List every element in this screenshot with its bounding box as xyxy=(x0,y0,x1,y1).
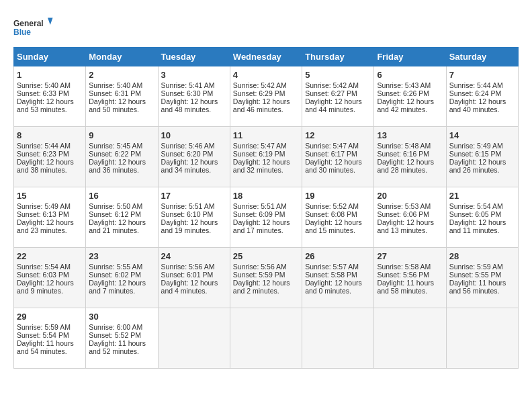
calendar-cell xyxy=(446,308,518,369)
daylight-label: Daylight: 12 hours xyxy=(449,97,506,105)
week-row-3: 15 Sunrise: 5:49 AM Sunset: 6:13 PM Dayl… xyxy=(14,187,519,248)
sunset: Sunset: 6:05 PM xyxy=(449,210,502,218)
day-number: 4 xyxy=(233,70,299,80)
daylight-minutes: and 54 minutes. xyxy=(17,347,67,355)
calendar-cell: 12 Sunrise: 5:47 AM Sunset: 6:17 PM Dayl… xyxy=(302,127,374,187)
calendar-cell: 10 Sunrise: 5:46 AM Sunset: 6:20 PM Dayl… xyxy=(158,127,230,187)
sunrise: Sunrise: 5:56 AM xyxy=(161,263,215,271)
svg-text:General: General xyxy=(13,19,44,28)
day-number: 20 xyxy=(377,191,443,201)
sunrise: Sunrise: 5:51 AM xyxy=(161,202,215,210)
calendar-cell: 19 Sunrise: 5:52 AM Sunset: 6:08 PM Dayl… xyxy=(302,187,374,248)
sunset: Sunset: 6:15 PM xyxy=(449,150,502,158)
sunrise: Sunrise: 5:47 AM xyxy=(233,142,287,150)
sunrise: Sunrise: 5:48 AM xyxy=(377,142,431,150)
day-number: 12 xyxy=(305,130,371,140)
sunrise: Sunrise: 5:50 AM xyxy=(89,202,142,210)
sunrise: Sunrise: 5:56 AM xyxy=(233,263,287,271)
day-number: 8 xyxy=(17,130,83,140)
sunset: Sunset: 6:01 PM xyxy=(161,271,214,279)
daylight-minutes: and 53 minutes. xyxy=(17,105,67,113)
daylight-label: Daylight: 11 hours xyxy=(377,279,434,287)
weekday-header-thursday: Thursday xyxy=(302,48,374,66)
sunset: Sunset: 6:10 PM xyxy=(161,210,214,218)
sunrise: Sunrise: 5:53 AM xyxy=(377,202,431,210)
daylight-label: Daylight: 11 hours xyxy=(17,339,74,347)
week-row-2: 8 Sunrise: 5:44 AM Sunset: 6:23 PM Dayli… xyxy=(14,127,519,187)
daylight-label: Daylight: 12 hours xyxy=(233,218,290,226)
sunset: Sunset: 6:33 PM xyxy=(17,89,69,97)
daylight-label: Daylight: 12 hours xyxy=(377,158,434,166)
sunrise: Sunrise: 5:57 AM xyxy=(305,263,359,271)
sunset: Sunset: 6:20 PM xyxy=(161,150,214,158)
sunset: Sunset: 6:26 PM xyxy=(377,89,429,97)
sunset: Sunset: 6:09 PM xyxy=(233,210,285,218)
sunset: Sunset: 6:13 PM xyxy=(17,210,69,218)
sunrise: Sunrise: 5:40 AM xyxy=(89,81,142,89)
calendar-cell: 5 Sunrise: 5:42 AM Sunset: 6:27 PM Dayli… xyxy=(302,66,374,127)
day-number: 19 xyxy=(305,191,371,201)
calendar-cell: 7 Sunrise: 5:44 AM Sunset: 6:24 PM Dayli… xyxy=(446,66,518,127)
sunrise: Sunrise: 5:43 AM xyxy=(377,81,431,89)
daylight-minutes: and 4 minutes. xyxy=(161,287,208,295)
sunset: Sunset: 5:59 PM xyxy=(233,271,285,279)
calendar-cell: 2 Sunrise: 5:40 AM Sunset: 6:31 PM Dayli… xyxy=(86,66,158,127)
weekday-header-saturday: Saturday xyxy=(446,48,518,66)
daylight-minutes: and 58 minutes. xyxy=(377,287,427,295)
sunset: Sunset: 6:31 PM xyxy=(89,89,141,97)
sunrise: Sunrise: 5:52 AM xyxy=(305,202,359,210)
day-number: 29 xyxy=(17,312,83,322)
daylight-minutes: and 44 minutes. xyxy=(305,105,355,113)
daylight-label: Daylight: 11 hours xyxy=(89,339,146,347)
sunset: Sunset: 5:54 PM xyxy=(17,331,69,339)
daylight-label: Daylight: 12 hours xyxy=(305,158,362,166)
sunrise: Sunrise: 5:55 AM xyxy=(89,263,142,271)
daylight-label: Daylight: 12 hours xyxy=(89,158,146,166)
calendar-cell: 26 Sunrise: 5:57 AM Sunset: 5:58 PM Dayl… xyxy=(302,248,374,308)
daylight-label: Daylight: 12 hours xyxy=(233,279,290,287)
daylight-label: Daylight: 12 hours xyxy=(377,218,434,226)
day-number: 2 xyxy=(89,70,154,80)
daylight-minutes: and 42 minutes. xyxy=(377,105,427,113)
day-number: 27 xyxy=(377,251,443,261)
daylight-label: Daylight: 12 hours xyxy=(305,218,362,226)
calendar-cell: 25 Sunrise: 5:56 AM Sunset: 5:59 PM Dayl… xyxy=(230,248,302,308)
calendar-cell: 11 Sunrise: 5:47 AM Sunset: 6:19 PM Dayl… xyxy=(230,127,302,187)
day-number: 16 xyxy=(89,191,154,201)
daylight-label: Daylight: 12 hours xyxy=(449,158,506,166)
day-number: 1 xyxy=(17,70,83,80)
calendar-cell: 15 Sunrise: 5:49 AM Sunset: 6:13 PM Dayl… xyxy=(14,187,86,248)
sunrise: Sunrise: 5:54 AM xyxy=(449,202,503,210)
daylight-minutes: and 9 minutes. xyxy=(17,287,63,295)
daylight-label: Daylight: 12 hours xyxy=(233,158,290,166)
daylight-minutes: and 26 minutes. xyxy=(449,166,500,174)
calendar-cell: 30 Sunrise: 6:00 AM Sunset: 5:52 PM Dayl… xyxy=(86,308,158,369)
sunrise: Sunrise: 5:45 AM xyxy=(89,142,142,150)
day-number: 6 xyxy=(377,70,443,80)
daylight-label: Daylight: 12 hours xyxy=(89,279,146,287)
calendar-cell: 20 Sunrise: 5:53 AM Sunset: 6:06 PM Dayl… xyxy=(374,187,446,248)
daylight-minutes: and 32 minutes. xyxy=(233,166,283,174)
sunrise: Sunrise: 5:59 AM xyxy=(449,263,503,271)
daylight-label: Daylight: 12 hours xyxy=(17,218,74,226)
day-number: 5 xyxy=(305,70,371,80)
daylight-label: Daylight: 12 hours xyxy=(89,97,146,105)
sunrise: Sunrise: 5:49 AM xyxy=(17,202,71,210)
calendar-cell: 17 Sunrise: 5:51 AM Sunset: 6:10 PM Dayl… xyxy=(158,187,230,248)
sunset: Sunset: 6:16 PM xyxy=(377,150,429,158)
day-number: 3 xyxy=(161,70,227,80)
calendar-cell: 14 Sunrise: 5:49 AM Sunset: 6:15 PM Dayl… xyxy=(446,127,518,187)
daylight-minutes: and 2 minutes. xyxy=(233,287,279,295)
sunset: Sunset: 6:19 PM xyxy=(233,150,285,158)
svg-text:Blue: Blue xyxy=(13,28,31,37)
day-number: 23 xyxy=(89,251,154,261)
sunrise: Sunrise: 5:44 AM xyxy=(17,142,71,150)
daylight-label: Daylight: 12 hours xyxy=(89,218,146,226)
sunrise: Sunrise: 5:49 AM xyxy=(449,142,503,150)
daylight-minutes: and 46 minutes. xyxy=(233,105,283,113)
day-number: 26 xyxy=(305,251,371,261)
calendar-cell: 8 Sunrise: 5:44 AM Sunset: 6:23 PM Dayli… xyxy=(14,127,86,187)
day-number: 25 xyxy=(233,251,299,261)
sunset: Sunset: 6:24 PM xyxy=(449,89,502,97)
page-header: General Blue xyxy=(13,13,519,40)
